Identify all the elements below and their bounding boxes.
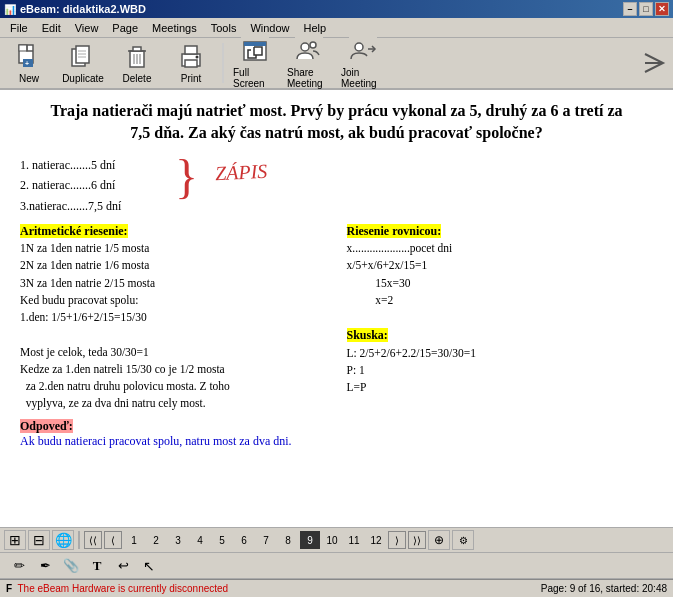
text-tool[interactable]: T <box>86 556 108 576</box>
riesenie-line-1: x....................pocet dni <box>347 240 654 257</box>
pencil-tool[interactable]: ✏ <box>8 556 30 576</box>
riesenie-line-3: 15x=30 <box>347 275 654 292</box>
page-2[interactable]: 2 <box>146 531 166 549</box>
nav-icon-2[interactable]: ⊟ <box>28 530 50 550</box>
duplicate-button[interactable]: Duplicate <box>58 40 108 86</box>
list-item-3: 3.natierac.......7,5 dní <box>20 196 121 216</box>
arit-line-1: 1N za 1den natrie 1/5 mosta <box>20 240 327 257</box>
menu-view[interactable]: View <box>69 20 105 36</box>
list-item-1: 1. natierac.......5 dní <box>20 155 121 175</box>
right-column: Riesenie rovnicou: x....................… <box>347 222 654 413</box>
share-meeting-icon <box>295 37 323 65</box>
page-10[interactable]: 10 <box>322 531 342 549</box>
nav-first-button[interactable]: ⟨⟨ <box>84 531 102 549</box>
svg-text:+: + <box>25 60 29 67</box>
fullscreen-button[interactable]: Full Screen <box>230 40 280 86</box>
status-bar: F The eBeam Hardware is currently discon… <box>0 579 673 597</box>
menu-window[interactable]: Window <box>244 20 295 36</box>
page-8[interactable]: 8 <box>278 531 298 549</box>
skuska-line-2: P: 1 <box>347 362 654 379</box>
nav-icon-1[interactable]: ⊞ <box>4 530 26 550</box>
arit-line-9: vyplyva, ze za dva dni natru cely most. <box>20 395 327 412</box>
problem-title: Traja natierači majú natrieť most. Prvý … <box>20 100 653 145</box>
riesenie-line-4: x=2 <box>347 292 654 309</box>
join-meeting-icon <box>349 37 377 65</box>
arit-line-7: Kedze za 1.den natreli 15/30 co je 1/2 m… <box>20 361 327 378</box>
svg-rect-20 <box>244 42 266 46</box>
close-button[interactable]: ✕ <box>655 2 669 16</box>
fullscreen-icon <box>241 37 269 65</box>
menu-edit[interactable]: Edit <box>36 20 67 36</box>
skuska-line-3: L=P <box>347 379 654 396</box>
menu-tools[interactable]: Tools <box>205 20 243 36</box>
svg-point-23 <box>355 43 363 51</box>
page-11[interactable]: 11 <box>344 531 364 549</box>
title-bar-buttons: – □ ✕ <box>623 2 669 16</box>
delete-button[interactable]: Delete <box>112 40 162 86</box>
brace-symbol: } <box>175 153 198 201</box>
toolbar-sep-1 <box>222 43 224 83</box>
svg-point-18 <box>196 55 199 58</box>
list-item-2: 2. natierac.......6 dní <box>20 175 121 195</box>
status-left: F The eBeam Hardware is currently discon… <box>6 583 228 594</box>
left-column: Aritmetické riesenie: 1N za 1den natrie … <box>20 222 327 413</box>
draw-toolbar: ✏ ✒ 📎 T ↩ ↖ <box>0 553 673 579</box>
page-5[interactable]: 5 <box>212 531 232 549</box>
svg-point-21 <box>301 43 309 51</box>
list-section: 1. natierac.......5 dní 2. natierac.....… <box>20 155 121 216</box>
nav-add-icon[interactable]: ⊕ <box>428 530 450 550</box>
title-bar-left: 📊 eBeam: didaktika2.WBD <box>4 3 146 15</box>
page-6[interactable]: 6 <box>234 531 254 549</box>
svg-rect-1 <box>19 45 27 51</box>
select-tool[interactable]: ↖ <box>138 556 160 576</box>
svg-rect-17 <box>185 60 197 67</box>
nav-last-button[interactable]: ⟩⟩ <box>408 531 426 549</box>
answer-text: Ak budu natieraci pracovat spolu, natru … <box>20 434 653 449</box>
toolbar: + New Duplicate <box>0 38 673 90</box>
menu-page[interactable]: Page <box>106 20 144 36</box>
menu-file[interactable]: File <box>4 20 34 36</box>
menu-help[interactable]: Help <box>298 20 333 36</box>
new-label: New <box>19 73 39 84</box>
page-3[interactable]: 3 <box>168 531 188 549</box>
minimize-button[interactable]: – <box>623 2 637 16</box>
nav-next-button[interactable]: ⟩ <box>388 531 406 549</box>
riesenie-line-2: x/5+x/6+2x/15=1 <box>347 257 654 274</box>
window-title: eBeam: didaktika2.WBD <box>20 3 146 15</box>
fullscreen-label: Full Screen <box>233 67 277 89</box>
highlighter-tool[interactable]: 📎 <box>60 556 82 576</box>
page-7[interactable]: 7 <box>256 531 276 549</box>
nav-bar: ⊞ ⊟ 🌐 ⟨⟨ ⟨ 1 2 3 4 5 6 7 8 9 10 11 12 ⟩ … <box>0 527 673 553</box>
nav-icon-3[interactable]: 🌐 <box>52 530 74 550</box>
pen-tool[interactable]: ✒ <box>34 556 56 576</box>
nav-prev-button[interactable]: ⟨ <box>104 531 122 549</box>
print-button[interactable]: Print <box>166 40 216 86</box>
aritmetické-header: Aritmetické riesenie: <box>20 222 327 240</box>
handwritten-zapis: ZÁPIS <box>214 159 267 185</box>
title-bar: 📊 eBeam: didaktika2.WBD – □ ✕ <box>0 0 673 18</box>
join-meeting-button[interactable]: Join Meeting <box>338 40 388 86</box>
delete-icon <box>123 43 151 71</box>
new-icon: + <box>15 43 43 71</box>
print-icon <box>177 43 205 71</box>
page-9[interactable]: 9 <box>300 531 320 549</box>
join-meeting-label: Join Meeting <box>341 67 385 89</box>
share-meeting-label: Share Meeting <box>287 67 331 89</box>
answer-section: Odpoveď: Ak budu natieraci pracovat spol… <box>20 419 653 449</box>
maximize-button[interactable]: □ <box>639 2 653 16</box>
new-button[interactable]: + New <box>4 40 54 86</box>
page-4[interactable]: 4 <box>190 531 210 549</box>
page-1[interactable]: 1 <box>124 531 144 549</box>
nav-settings-icon[interactable]: ⚙ <box>452 530 474 550</box>
arit-line-2: 2N za 1den natrie 1/6 mosta <box>20 257 327 274</box>
page-12[interactable]: 12 <box>366 531 386 549</box>
nav-sep-1 <box>78 531 80 549</box>
svg-rect-16 <box>185 46 197 54</box>
arit-line-5: 1.den: 1/5+1/6+2/15=15/30 <box>20 309 327 326</box>
menu-meetings[interactable]: Meetings <box>146 20 203 36</box>
share-meeting-button[interactable]: Share Meeting <box>284 40 334 86</box>
arit-line-6: Most je celok, teda 30/30=1 <box>20 344 327 361</box>
status-right: Page: 9 of 16, started: 20:48 <box>541 583 667 594</box>
undo-tool[interactable]: ↩ <box>112 556 134 576</box>
svg-rect-11 <box>133 47 141 51</box>
